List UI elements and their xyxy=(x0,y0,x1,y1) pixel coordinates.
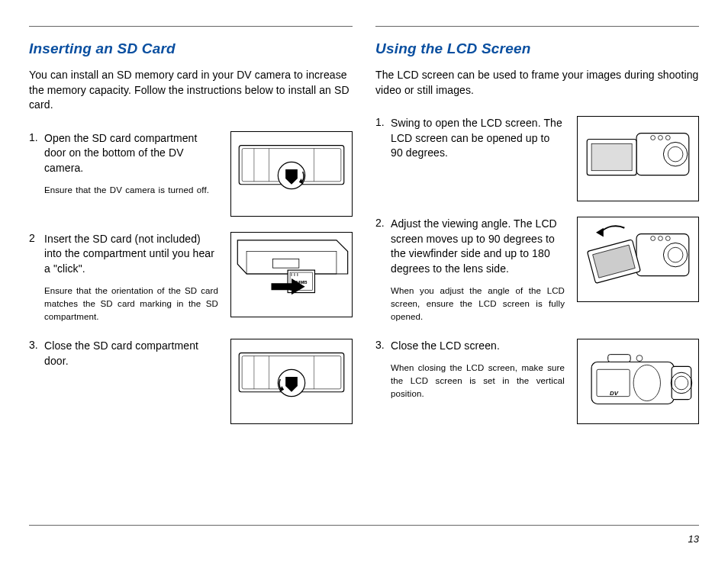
sd-step-2-text: 2 Insert the SD card (not included) into… xyxy=(29,232,221,324)
svg-rect-47 xyxy=(608,355,630,362)
illustration-lcd-angle xyxy=(577,217,699,302)
left-column: Inserting an SD Card You can install an … xyxy=(29,26,353,525)
illustration-sd-insert: 64MB xyxy=(230,232,353,317)
svg-text:DV: DV xyxy=(610,390,619,397)
illustration-sd-close xyxy=(230,339,353,424)
camera-bottom-open-icon xyxy=(231,132,352,216)
step-number: 2 xyxy=(29,232,44,244)
step-note: Ensure that the DV camera is turned off. xyxy=(44,184,218,197)
svg-point-24 xyxy=(663,143,687,166)
step-body: Swing to open the LCD screen. The LCD sc… xyxy=(391,116,565,161)
step-number: 3. xyxy=(29,339,44,351)
svg-rect-8 xyxy=(272,259,298,268)
sd-step-1: 1. Open the SD card compartment door on … xyxy=(29,131,353,217)
page-columns: Inserting an SD Card You can install an … xyxy=(29,26,699,525)
right-column: Using the LCD Screen The LCD screen can … xyxy=(375,26,699,525)
illustration-lcd-close: DV xyxy=(577,339,699,424)
camera-lcd-rotate-icon xyxy=(578,217,698,301)
step-body: Open the SD card compartment door on the… xyxy=(44,131,218,197)
sd-step-2: 2 Insert the SD card (not included) into… xyxy=(29,232,353,324)
step-number: 1. xyxy=(29,131,44,143)
camera-sd-insert-icon: 64MB xyxy=(231,233,352,317)
lcd-step-1-text: 1. Swing to open the LCD screen. The LCD… xyxy=(375,116,568,201)
camera-lcd-open-icon xyxy=(578,117,698,201)
heading-sd-card: Inserting an SD Card xyxy=(29,40,353,57)
step-body: Close the SD card compartment door. xyxy=(44,339,218,368)
step-number: 3. xyxy=(375,339,391,351)
step-instruction: Open the SD card compartment door on the… xyxy=(44,132,197,174)
page-footer: 13 xyxy=(29,525,699,545)
camera-side-icon: DV xyxy=(578,339,698,423)
svg-point-32 xyxy=(663,243,687,267)
sd-step-3: 3. Close the SD card compartment door. xyxy=(29,339,353,424)
step-number: 1. xyxy=(375,116,391,128)
step-instruction: Close the LCD screen. xyxy=(391,339,500,352)
intro-sd-card: You can install an SD memory card in you… xyxy=(29,68,353,113)
lcd-step-2: 2. Adjust the viewing angle. The LCD scr… xyxy=(375,217,699,323)
step-number: 2. xyxy=(375,217,391,229)
step-instruction: Close the SD card compartment door. xyxy=(44,339,198,367)
step-note: When closing the LCD screen, make sure t… xyxy=(391,362,565,401)
svg-marker-39 xyxy=(596,228,604,237)
illustration-sd-open xyxy=(230,131,353,217)
svg-rect-30 xyxy=(591,144,632,171)
lcd-step-3-text: 3. Close the LCD screen. When closing th… xyxy=(375,339,568,424)
sd-step-1-text: 1. Open the SD card compartment door on … xyxy=(29,131,221,217)
step-instruction: Insert the SD card (not included) into t… xyxy=(44,233,214,275)
svg-rect-40 xyxy=(591,362,674,404)
lcd-step-3: 3. Close the LCD screen. When closing th… xyxy=(375,339,699,424)
step-note: When you adjust the angle of the LCD scr… xyxy=(391,285,565,324)
heading-lcd: Using the LCD Screen xyxy=(375,40,699,57)
step-body: Adjust the viewing angle. The LCD screen… xyxy=(391,217,565,323)
page-number: 13 xyxy=(688,533,699,545)
svg-point-48 xyxy=(636,355,643,362)
camera-bottom-close-icon xyxy=(231,339,352,423)
illustration-lcd-open xyxy=(577,116,699,201)
step-body: Close the LCD screen. When closing the L… xyxy=(391,339,565,401)
sd-step-3-text: 3. Close the SD card compartment door. xyxy=(29,339,221,424)
step-instruction: Swing to open the LCD screen. The LCD sc… xyxy=(391,117,562,159)
step-note: Ensure that the orientation of the SD ca… xyxy=(44,285,218,324)
lcd-step-2-text: 2. Adjust the viewing angle. The LCD scr… xyxy=(375,217,568,323)
step-instruction: Adjust the viewing angle. The LCD screen… xyxy=(391,217,557,275)
intro-lcd: The LCD screen can be used to frame your… xyxy=(375,68,699,98)
lcd-step-1: 1. Swing to open the LCD screen. The LCD… xyxy=(375,116,699,201)
step-body: Insert the SD card (not included) into t… xyxy=(44,232,218,324)
